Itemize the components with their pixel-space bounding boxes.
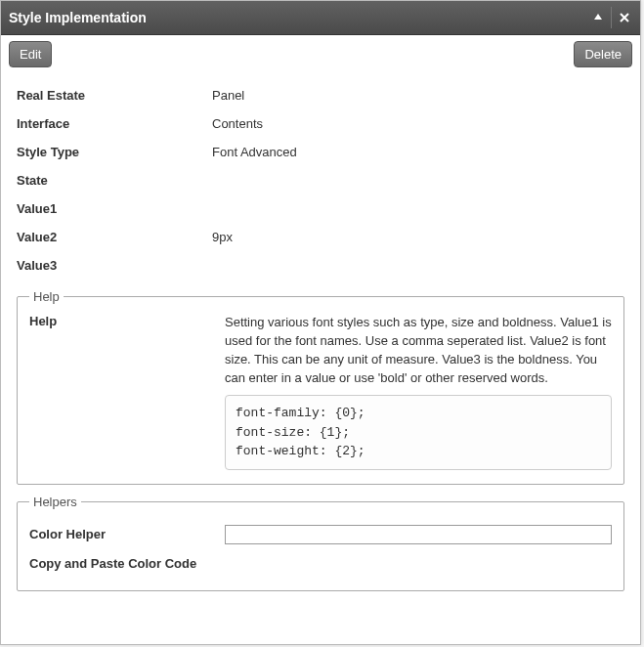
content-area: Real Estate Panel Interface Contents Sty…: [1, 73, 640, 607]
label-value3: Value3: [17, 258, 212, 273]
value-real-estate: Panel: [212, 88, 624, 103]
toolbar: Edit Delete: [1, 35, 640, 73]
value-style-type: Font Advanced: [212, 145, 624, 159]
color-helper-input[interactable]: [225, 525, 612, 544]
titlebar: Style Implementation: [1, 1, 640, 35]
window-title: Style Implementation: [9, 10, 585, 25]
row-color-helper: Color Helper: [29, 519, 612, 550]
label-interface: Interface: [17, 116, 212, 131]
row-interface: Interface Contents: [17, 109, 624, 138]
help-code: font-family: {0}; font-size: {1}; font-w…: [225, 395, 612, 470]
label-value2: Value2: [17, 230, 212, 244]
value-value2: 9px: [212, 230, 624, 244]
delete-button[interactable]: Delete: [574, 41, 632, 67]
row-value1: Value1: [17, 194, 624, 223]
edit-button[interactable]: Edit: [9, 41, 52, 67]
value-state: [212, 173, 624, 188]
label-color-helper: Color Helper: [29, 527, 225, 541]
row-real-estate: Real Estate Panel: [17, 81, 624, 109]
help-fieldset: Help Help Setting various font styles su…: [17, 289, 624, 485]
row-value2: Value2 9px: [17, 223, 624, 251]
label-real-estate: Real Estate: [17, 88, 212, 103]
row-value3: Value3: [17, 251, 624, 280]
value-value1: [212, 201, 624, 216]
close-icon[interactable]: [611, 7, 632, 28]
helpers-fieldset: Helpers Color Helper Copy and Paste Colo…: [17, 495, 624, 591]
help-label: Help: [29, 314, 225, 470]
label-style-type: Style Type: [17, 145, 212, 159]
helpers-legend: Helpers: [29, 495, 81, 509]
label-value1: Value1: [17, 201, 212, 216]
help-legend: Help: [29, 289, 64, 304]
value-interface: Contents: [212, 116, 624, 131]
row-copy-paste: Copy and Paste Color Code: [29, 550, 612, 577]
value-value3: [212, 258, 624, 273]
style-implementation-panel: Style Implementation Edit Delete Real Es…: [0, 0, 641, 645]
label-copy-paste: Copy and Paste Color Code: [29, 556, 196, 571]
collapse-icon[interactable]: [587, 7, 609, 28]
row-style-type: Style Type Font Advanced: [17, 138, 624, 166]
row-state: State: [17, 166, 624, 194]
help-text: Setting various font styles such as type…: [225, 314, 612, 387]
label-state: State: [17, 173, 212, 188]
